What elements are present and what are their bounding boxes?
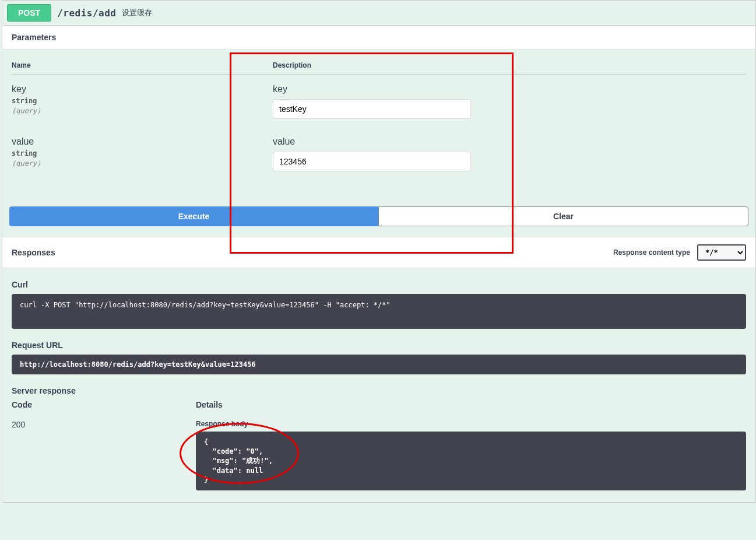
request-url-block[interactable]: http://localhost:8080/redis/add?key=test… <box>12 355 746 374</box>
params-table-header: Name Description <box>12 61 746 75</box>
api-operation-container: POST /redis/add 设置缓存 Parameters Name Des… <box>2 0 756 503</box>
endpoint-description: 设置缓存 <box>122 8 152 18</box>
param-row: value string (query) value <box>12 136 746 171</box>
parameters-title: Parameters <box>2 26 755 50</box>
responses-title: Responses <box>12 248 55 257</box>
param-input-cell: key <box>273 84 746 119</box>
response-body-label: Response body <box>196 420 746 428</box>
param-row: key string (query) key <box>12 84 746 119</box>
content-type-label: Response content type <box>613 248 690 257</box>
responses-body: Curl curl -X POST "http://localhost:8080… <box>2 268 755 502</box>
param-input-cell: value <box>273 136 746 171</box>
param-label: key <box>273 84 746 94</box>
responses-header: Responses Response content type */* <box>2 237 755 268</box>
response-row: 200 Response body { "code": "0", "msg": … <box>12 420 746 490</box>
param-location: (query) <box>12 159 273 167</box>
parameters-body: Name Description key string (query) key … <box>2 50 755 206</box>
param-meta: value string (query) <box>12 136 273 171</box>
code-header: Code <box>12 400 196 409</box>
param-meta: key string (query) <box>12 84 273 119</box>
content-type-select[interactable]: */* <box>697 244 746 261</box>
request-url-title: Request URL <box>12 341 746 350</box>
action-button-row: Execute Clear <box>2 206 755 237</box>
method-badge: POST <box>7 4 51 22</box>
param-name: key <box>12 84 273 94</box>
param-type: string <box>12 149 273 157</box>
details-header: Details <box>196 400 746 409</box>
param-label: value <box>273 136 746 147</box>
endpoint-path: /redis/add <box>57 8 116 19</box>
key-input[interactable] <box>273 99 471 119</box>
param-name: value <box>12 136 273 147</box>
endpoint-header[interactable]: POST /redis/add 设置缓存 <box>2 1 755 26</box>
name-column-header: Name <box>12 61 273 69</box>
curl-title: Curl <box>12 280 746 289</box>
content-type-row: Response content type */* <box>613 244 746 261</box>
response-body-block[interactable]: { "code": "0", "msg": "成功!", "data": nul… <box>196 432 746 490</box>
server-response-headers: Code Details <box>12 400 746 409</box>
param-location: (query) <box>12 107 273 115</box>
param-type: string <box>12 97 273 105</box>
execute-button[interactable]: Execute <box>9 206 378 226</box>
desc-column-header: Description <box>273 61 311 69</box>
value-input[interactable] <box>273 152 471 171</box>
response-details: Response body { "code": "0", "msg": "成功!… <box>196 420 746 490</box>
server-response-title: Server response <box>12 386 746 395</box>
clear-button[interactable]: Clear <box>378 206 748 226</box>
response-code: 200 <box>12 420 196 490</box>
curl-block[interactable]: curl -X POST "http://localhost:8080/redi… <box>12 294 746 329</box>
